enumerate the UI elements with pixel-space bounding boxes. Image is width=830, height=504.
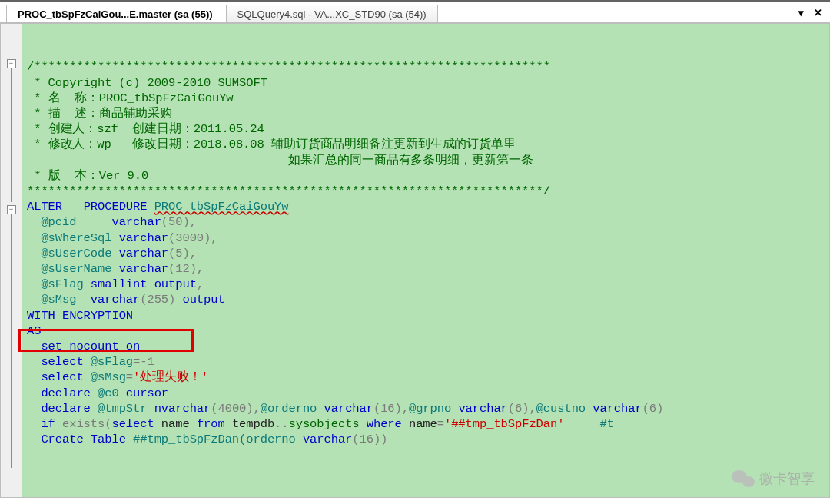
var: @c0 <box>98 386 119 400</box>
paren: (6) <box>642 402 664 416</box>
editor-area: − − /***********************************… <box>0 23 830 498</box>
kw-cursor: cursor <box>126 386 168 400</box>
kw-select: select <box>41 355 83 369</box>
editor-tab-bar: PROC_tbSpFzCaiGou...E.master (sa (55)) S… <box>0 5 830 23</box>
type: varchar <box>458 402 507 416</box>
paren: (5), <box>168 247 197 260</box>
tab-inactive[interactable]: SQLQuery4.sql - VA...XC_STD90 (sa (54)) <box>226 5 438 22</box>
paren: (4000), <box>211 402 260 416</box>
wechat-watermark: 微卡智享 <box>732 469 815 489</box>
type: nvarchar <box>154 402 211 416</box>
var: @grpno <box>409 402 451 416</box>
paren: (16)) <box>352 433 387 446</box>
wechat-icon <box>732 469 755 489</box>
col: name <box>409 417 437 431</box>
sysobjects: sysobjects <box>289 417 360 431</box>
type: varchar <box>119 262 168 276</box>
param: @sMsg <box>41 293 76 307</box>
eq: = <box>437 417 444 431</box>
fold-toggle-proc[interactable]: − <box>7 205 16 214</box>
kw-from: from <box>197 417 225 431</box>
type: varchar <box>324 402 374 416</box>
kw-output: output <box>154 277 197 291</box>
param: @sFlag <box>41 277 83 291</box>
watermark-text: 微卡智享 <box>759 469 815 488</box>
fold-gutter: − − <box>1 24 22 497</box>
type: varchar <box>119 247 168 260</box>
paren: (6), <box>508 402 536 416</box>
var: @sFlag <box>91 355 133 369</box>
comment-line: * 描 述：商品辅助采购 <box>34 107 172 121</box>
blank-line <box>27 45 34 58</box>
param: @sWhereSql <box>41 231 111 245</box>
kw-exists: exists <box>62 417 105 431</box>
db: tempdb <box>232 417 274 431</box>
paren: (255) <box>140 293 175 307</box>
tab-active[interactable]: PROC_tbSpFzCaiGou...E.master (sa (55)) <box>6 5 224 22</box>
type: varchar <box>111 215 161 229</box>
kw-declare: declare <box>41 402 90 416</box>
kw-select: select <box>41 370 83 384</box>
kw-encryption: ENCRYPTION <box>62 309 133 323</box>
kw-where: where <box>367 417 402 431</box>
code-editor[interactable]: /***************************************… <box>22 24 829 497</box>
var: @tmpStr <box>98 402 147 416</box>
bottom-scroll-strip <box>0 498 830 504</box>
kw-as: AS <box>27 324 41 338</box>
paren: (12), <box>168 262 204 276</box>
param: @sUserCode <box>41 247 111 260</box>
type: varchar <box>303 433 352 446</box>
kw-declare: declare <box>41 386 90 400</box>
close-icon[interactable]: ✕ <box>812 6 824 18</box>
assign: =-1 <box>133 355 154 369</box>
pin-icon[interactable]: ▾ <box>795 6 807 18</box>
comma: , <box>197 277 204 291</box>
kw-alter: ALTER <box>27 200 62 214</box>
comment-line: /***************************************… <box>27 60 550 74</box>
window-buttons: ▾ ✕ <box>795 6 824 18</box>
type: varchar <box>119 231 168 245</box>
kw-on: on <box>126 340 140 353</box>
comment-line: * 版 本：Ver 9.0 <box>34 169 148 183</box>
var: @orderno <box>261 402 317 416</box>
kw-select: select <box>111 417 154 431</box>
string-literal: '##tmp_tbSpFzDan' <box>444 417 564 431</box>
paren: (50), <box>161 215 197 229</box>
kw-output: output <box>182 293 224 307</box>
procedure-name: PROC_tbSpFzCaiGouYw <box>154 200 289 214</box>
param: @pcid <box>41 215 76 229</box>
kw-create: Create <box>41 433 83 446</box>
type: smallint <box>91 277 148 291</box>
type: varchar <box>91 293 140 307</box>
param: @sUserName <box>41 262 111 276</box>
kw-if: if <box>41 417 55 431</box>
fold-toggle-comment[interactable]: − <box>7 59 16 68</box>
kw-table: Table <box>91 433 126 446</box>
kw-with: WITH <box>27 309 55 323</box>
temp-table: ##tmp_tbSpFzDan(orderno <box>133 433 296 446</box>
col: name <box>161 417 190 431</box>
comment-line: ****************************************… <box>27 184 550 198</box>
comment-line: * 创建人：szf 创建日期：2011.05.24 <box>34 122 264 136</box>
kw-procedure: PROCEDURE <box>84 200 148 214</box>
paren: (16), <box>374 402 409 416</box>
var: @custno <box>536 402 586 416</box>
kw-nocount: nocount <box>69 340 118 353</box>
comment-line: * Copyright (c) 2009-2010 SUMSOFT <box>34 76 267 90</box>
string-literal: '处理失败！' <box>133 370 208 384</box>
kw-set: set <box>41 340 62 353</box>
comment-line: * 名 称：PROC_tbSpFzCaiGouYw <box>34 91 233 105</box>
eq: = <box>126 370 133 384</box>
trail: #t <box>564 417 613 431</box>
dotdot: .. <box>274 417 288 431</box>
paren: (3000), <box>168 231 217 245</box>
type: varchar <box>593 402 642 416</box>
comment-line: * 修改人：wp 修改日期：2018.08.08 辅助订货商品明细备注更新到生成… <box>34 138 516 151</box>
comment-line: 如果汇总的同一商品有多条明细，更新第一条 <box>34 154 533 167</box>
var: @sMsg <box>91 370 126 384</box>
